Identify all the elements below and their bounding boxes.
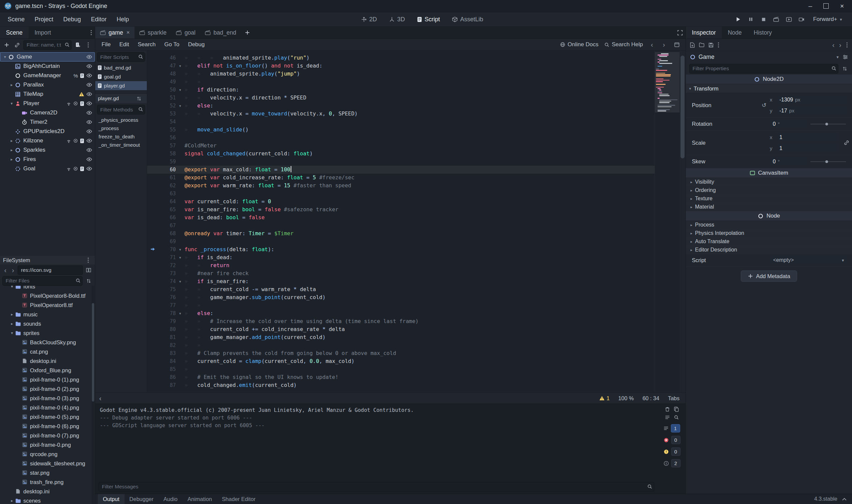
- line-number[interactable]: 77: [158, 301, 176, 309]
- instantiate-scene-button[interactable]: [13, 41, 21, 49]
- script-menu-search[interactable]: Search: [134, 41, 160, 48]
- inspector-filter-input[interactable]: [689, 64, 838, 73]
- script-dropdown[interactable]: <empty> ▾: [770, 255, 847, 265]
- fs-item-cat-png[interactable]: cat.png: [0, 347, 95, 356]
- scene-tree-item-parallax[interactable]: ▸Parallax: [0, 80, 95, 89]
- output-filter-errors[interactable]: 0: [664, 436, 680, 444]
- code-line-80[interactable]: 80» » current_cold += cold_increase_rate…: [147, 325, 655, 333]
- script-list-item-player-gd[interactable]: player.gd: [95, 81, 147, 90]
- eye-icon[interactable]: [86, 120, 92, 124]
- line-number[interactable]: 60: [158, 166, 176, 174]
- line-number[interactable]: 53: [158, 110, 176, 118]
- group-visibility[interactable]: ▸Visibility: [686, 178, 852, 186]
- code-line-83[interactable]: 83» # Clamp prevents the cold from going…: [147, 349, 655, 357]
- output-filter-input[interactable]: [99, 482, 654, 492]
- code-line-55[interactable]: 55» move_and_slide(): [147, 126, 655, 134]
- fs-item-scenes[interactable]: ▸scenes: [0, 496, 95, 504]
- clear-output-icon[interactable]: [665, 407, 670, 412]
- line-number[interactable]: 73: [158, 269, 176, 277]
- eye-icon[interactable]: [86, 102, 92, 106]
- tree-expand-icon[interactable]: ▸: [9, 321, 15, 326]
- line-number[interactable]: 65: [158, 205, 176, 214]
- revert-icon[interactable]: ↺: [762, 102, 766, 109]
- code-line-73[interactable]: 73» #near fire check: [147, 269, 655, 277]
- line-number[interactable]: 79: [158, 317, 176, 325]
- fs-item-pixil-frame-0-3-png[interactable]: pixil-frame-0 (3).png: [0, 394, 95, 403]
- unique-name-icon[interactable]: %: [74, 73, 78, 78]
- fs-item-desktop-ini[interactable]: desktop.ini: [0, 487, 95, 496]
- code-area[interactable]: 46» » » animated_sprite.play("run")47▾» …: [147, 51, 685, 393]
- eye-icon[interactable]: [86, 129, 92, 133]
- eye-icon[interactable]: [86, 55, 92, 59]
- pause-button[interactable]: [747, 16, 754, 23]
- tree-expand-icon[interactable]: ▸: [8, 148, 15, 152]
- bottom-tab-audio[interactable]: Audio: [158, 494, 182, 504]
- play-button[interactable]: [734, 16, 742, 23]
- fs-item-pixil-frame-0-5-png[interactable]: pixil-frame-0 (5).png: [0, 412, 95, 421]
- line-number[interactable]: 46: [158, 54, 176, 62]
- eye-icon[interactable]: [86, 139, 92, 143]
- eye-icon[interactable]: [86, 83, 92, 87]
- resource-extra-icon[interactable]: [717, 42, 719, 48]
- line-number[interactable]: 48: [158, 70, 176, 78]
- close-button[interactable]: ×: [840, 2, 844, 10]
- code-line-53[interactable]: 53» » velocity.x = move_toward(velocity.…: [147, 110, 655, 118]
- group-texture[interactable]: ▸Texture: [686, 195, 852, 203]
- workspace-tab-assetlib[interactable]: AssetLib: [447, 14, 488, 24]
- tree-expand-icon[interactable]: ▸: [8, 138, 15, 143]
- fs-item-star-png[interactable]: star.png: [0, 468, 95, 478]
- code-line-64[interactable]: 64var current_cold: float = 0: [147, 198, 655, 205]
- line-number[interactable]: 70: [158, 246, 176, 253]
- fs-item-pixil-frame-0-6-png[interactable]: pixil-frame-0 (6).png: [0, 421, 95, 431]
- line-number[interactable]: 85: [158, 365, 176, 373]
- script-list-item-bad-end-gd[interactable]: bad_end.gd: [95, 63, 147, 72]
- line-number[interactable]: 55: [158, 126, 176, 134]
- workspace-tab-3d[interactable]: 3D: [384, 14, 410, 24]
- fold-arrow-icon[interactable]: ▾: [176, 277, 185, 285]
- line-number[interactable]: 86: [158, 373, 176, 381]
- fs-item-backcloudsky-png[interactable]: BackCloudSky.png: [0, 338, 95, 347]
- scale-y-field[interactable]: 1: [777, 144, 839, 153]
- rotation-field[interactable]: 0 °: [770, 120, 808, 128]
- eye-icon[interactable]: [86, 157, 92, 161]
- inspected-node-row[interactable]: Game ▾: [686, 51, 852, 62]
- scene-tree-item-sparkles[interactable]: ▸Sparkles: [0, 145, 95, 155]
- code-scrollbar[interactable]: [680, 51, 685, 393]
- scene-tab-bad-end[interactable]: bad_end: [200, 26, 241, 39]
- filesystem-menu-icon[interactable]: [85, 257, 92, 263]
- tree-expand-icon[interactable]: ▸: [9, 312, 15, 317]
- fs-item-sidewalk-tilesheet-png[interactable]: sidewalk_tilesheet.png: [0, 459, 95, 468]
- group-auto-translate[interactable]: ▸Auto Translate: [686, 237, 852, 246]
- code-line-81[interactable]: 81» » game_manager.add_point(current_col…: [147, 333, 655, 341]
- line-number[interactable]: 62: [158, 182, 176, 190]
- menu-debug[interactable]: Debug: [58, 12, 86, 26]
- line-number[interactable]: 67: [158, 221, 176, 230]
- script-list-item-goal-gd[interactable]: goal.gd: [95, 72, 147, 81]
- slider-grabber[interactable]: [825, 123, 828, 125]
- code-line-57[interactable]: 57#ColdMeter: [147, 142, 655, 150]
- fs-split-mode-button[interactable]: [85, 266, 92, 274]
- script-menu-go-to[interactable]: Go To: [160, 41, 184, 48]
- position-x-field[interactable]: -1309 px: [777, 95, 847, 104]
- warnings-badge[interactable]: 1: [599, 395, 610, 401]
- online-docs-link[interactable]: Online Docs: [560, 41, 598, 48]
- code-line-56[interactable]: 56: [147, 134, 655, 142]
- line-number[interactable]: 74: [158, 277, 176, 285]
- save-resource-icon[interactable]: [709, 42, 713, 48]
- slider-grabber[interactable]: [825, 160, 828, 163]
- group-ordering[interactable]: ▸Ordering: [686, 186, 852, 195]
- line-number[interactable]: 80: [158, 325, 176, 333]
- fs-item-pixil-frame-0-7-png[interactable]: pixil-frame-0 (7).png: [0, 431, 95, 440]
- code-line-61[interactable]: 61@export var cold_increase_rate: float …: [147, 174, 655, 182]
- fs-back-button[interactable]: ‹: [2, 267, 8, 274]
- fs-item-trash-fire-png[interactable]: trash_fire.png: [0, 478, 95, 487]
- line-number[interactable]: 64: [158, 198, 176, 205]
- workspace-tab-script[interactable]: Script: [412, 14, 445, 24]
- line-number[interactable]: 59: [158, 158, 176, 166]
- code-line-48[interactable]: 48» » animated_sprite.play("jump"): [147, 70, 655, 78]
- group-icon[interactable]: [73, 101, 78, 106]
- code-line-69[interactable]: 69: [147, 237, 655, 246]
- fs-item-pixil-frame-0-4-png[interactable]: pixil-frame-0 (4).png: [0, 403, 95, 412]
- code-line-71[interactable]: 71▾» if is_dead:: [147, 253, 655, 262]
- line-number[interactable]: 78: [158, 309, 176, 317]
